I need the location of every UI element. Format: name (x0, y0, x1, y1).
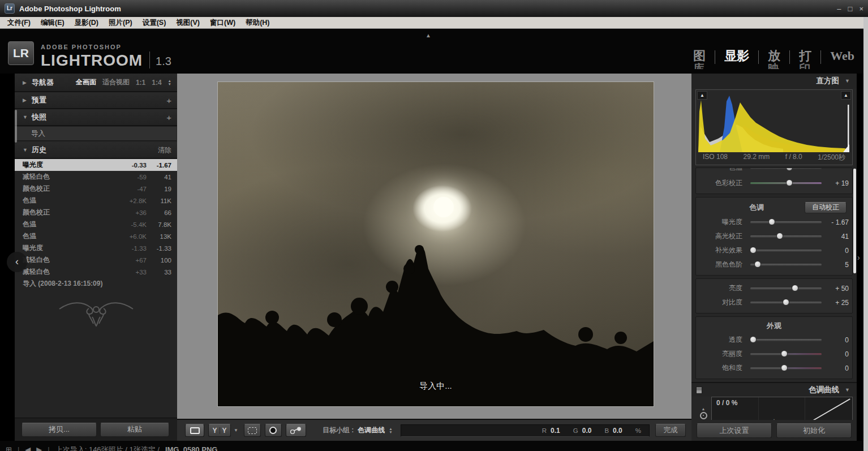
before-after-view-icon[interactable]: YY (208, 424, 231, 437)
close-button[interactable]: × (859, 5, 863, 13)
zoom-stepper-icon[interactable]: ▲▼ (168, 79, 171, 85)
history-row[interactable]: 曝光度 -1.33 -1.33 (15, 242, 177, 254)
paste-button[interactable]: 粘贴 (100, 423, 169, 437)
before-after-dropdown-icon[interactable]: ▼ (234, 428, 238, 433)
add-preset-icon[interactable]: + (166, 96, 171, 105)
history-row[interactable]: 减轻白色 +33 33 (15, 266, 177, 278)
previous-photo-icon[interactable]: ◀ (25, 444, 31, 451)
slider-track[interactable] (750, 287, 822, 289)
redeye-tool-icon[interactable] (265, 424, 282, 437)
history-row[interactable]: 曝光度 -0.33 -1.67 (15, 159, 177, 171)
slider-thumb[interactable] (783, 299, 789, 306)
history-row[interactable]: 色温 +6.0K 13K (15, 230, 177, 242)
zoom-1-1[interactable]: 1:1 (136, 79, 145, 87)
next-photo-icon[interactable]: ▶ (36, 444, 42, 451)
slider-track[interactable] (750, 250, 822, 251)
target-group-control[interactable]: 目标小组 : 色调曲线 ▲▼ (323, 426, 393, 435)
history-row[interactable]: 导入 (2008-2-13 16:15:09) (15, 278, 177, 290)
reset-button[interactable]: 初始化 (776, 423, 852, 438)
top-panel-collapse-icon[interactable]: ▲ (426, 32, 431, 38)
slider-thumb[interactable] (786, 179, 793, 186)
add-snapshot-icon[interactable]: + (166, 113, 171, 122)
menu-settings[interactable]: 设置(S) (137, 18, 171, 28)
zoom-fit[interactable]: 适合视图 (102, 78, 130, 87)
slider-thumb[interactable] (781, 364, 788, 371)
slider-track[interactable] (750, 302, 822, 303)
history-row[interactable]: 颜色校正 -47 19 (15, 183, 177, 195)
snapshot-item[interactable]: 导入 (15, 127, 177, 141)
target-group-value[interactable]: 色调曲线 (358, 426, 385, 435)
histogram-section-header[interactable]: 直方图 ▼ (691, 74, 857, 88)
grid-view-icon[interactable]: ⊞ (6, 444, 12, 451)
target-up-icon[interactable]: ▲ (702, 407, 706, 411)
done-button[interactable]: 完成 (655, 424, 686, 437)
module-slideshow[interactable]: 放 映 (768, 49, 780, 70)
history-row[interactable]: 颜色校正 +36 66 (15, 207, 177, 218)
panel-toggle-icon[interactable] (696, 386, 702, 394)
menu-file[interactable]: 文件(F) (2, 18, 36, 28)
left-panel-scrollbar[interactable] (15, 110, 17, 143)
auto-tone-button[interactable]: 自动校正 (805, 202, 846, 213)
right-panel-scrollbar[interactable] (853, 169, 856, 273)
slider-thumb[interactable] (786, 168, 793, 171)
copy-button[interactable]: 拷贝... (22, 423, 97, 437)
collapse-triangle-icon[interactable]: ▼ (845, 387, 850, 393)
module-library[interactable]: 图 库 (693, 49, 706, 70)
slider-track[interactable] (750, 264, 822, 265)
left-panel-collapse-icon[interactable]: ‹ (7, 252, 27, 272)
history-section-header[interactable]: ▼ 历史 清除 (15, 142, 177, 159)
menu-edit[interactable]: 编辑(E) (36, 18, 70, 28)
module-print[interactable]: 打 印 (799, 49, 811, 70)
module-web[interactable]: Web (830, 49, 854, 70)
menu-window[interactable]: 窗口(W) (205, 18, 240, 28)
target-adjustment-icon[interactable] (700, 412, 707, 419)
history-row[interactable]: 减轻白色 -59 41 (15, 171, 177, 183)
temperature-slider-clipped[interactable]: 色温 (699, 168, 849, 176)
zoom-fullscreen[interactable]: 全画面 (76, 78, 96, 87)
previous-settings-button[interactable]: 上次设置 (697, 423, 772, 438)
expand-triangle-icon[interactable]: ▶ (23, 97, 32, 103)
history-row[interactable]: 色温 +2.8K 11K (15, 195, 177, 207)
menu-develop[interactable]: 显影(D) (70, 18, 104, 28)
slider-thumb[interactable] (781, 350, 788, 357)
photo-preview[interactable]: 导入中... (218, 82, 654, 406)
right-panel-collapse-icon[interactable]: › (857, 253, 860, 262)
slider-track[interactable] (750, 353, 822, 355)
expand-triangle-icon[interactable]: ▶ (23, 80, 32, 85)
slider-thumb[interactable] (768, 218, 775, 225)
slider-thumb[interactable] (792, 285, 798, 291)
loupe-view-icon[interactable] (185, 424, 204, 437)
history-clear-button[interactable]: 清除 (158, 145, 171, 155)
slider-track[interactable] (750, 367, 822, 369)
crop-tool-icon[interactable] (244, 424, 261, 437)
presets-section-header[interactable]: ▶ 预置 + (15, 92, 177, 109)
snapshots-section-header[interactable]: ▼ 快照 + (15, 109, 177, 126)
histogram-display[interactable]: ▲ ▲ ISO 108 29.2 mm f / 8.0 1/2500秒 (695, 89, 853, 165)
history-row[interactable]: 色温 -5.4K 7.8K (15, 218, 177, 230)
slider-track[interactable] (750, 168, 822, 169)
navigator-section-header[interactable]: ▶ 导航器 全画面 适合视图 1:1 1:4 ▲▼ (15, 74, 177, 92)
spot-removal-tool-icon[interactable] (286, 424, 306, 437)
histogram-graph[interactable] (698, 92, 850, 152)
collapse-triangle-icon[interactable]: ▼ (23, 114, 32, 120)
menu-view[interactable]: 视图(V) (171, 18, 205, 28)
collapse-triangle-icon[interactable]: ▼ (23, 147, 32, 153)
restore-button[interactable]: □ (848, 5, 853, 13)
slider-thumb[interactable] (750, 336, 757, 343)
slider-track[interactable] (750, 339, 822, 341)
slider-track[interactable] (750, 221, 822, 223)
slider-thumb[interactable] (754, 261, 761, 268)
slider-thumb[interactable] (750, 247, 757, 254)
slider-thumb[interactable] (776, 233, 783, 239)
history-row[interactable]: 减轻白色 +67 100 (15, 254, 177, 266)
zoom-1-4[interactable]: 1:4 (152, 79, 161, 87)
minimize-button[interactable]: – (837, 5, 841, 13)
collapse-triangle-icon[interactable]: ▼ (845, 78, 850, 84)
module-develop[interactable]: 显影 (724, 49, 749, 70)
slider-track[interactable] (750, 235, 822, 237)
target-group-stepper-icon[interactable]: ▲▼ (389, 427, 392, 433)
menu-help[interactable]: 帮助(H) (240, 18, 274, 28)
menu-photo[interactable]: 照片(P) (104, 18, 137, 28)
slider-track[interactable] (750, 182, 822, 184)
tone-curve-section-header[interactable]: 色调曲线 ▼ (691, 382, 857, 397)
